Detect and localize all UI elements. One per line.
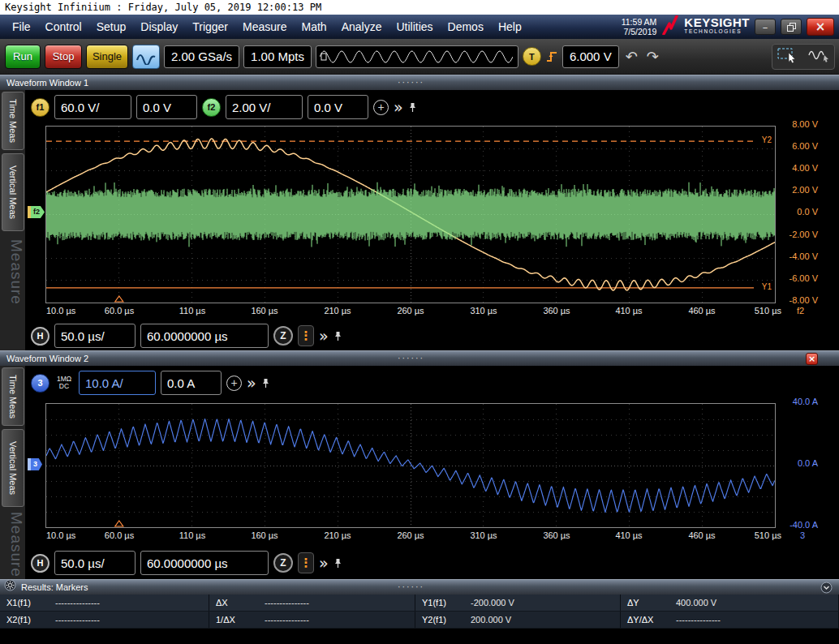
box-select-tool-icon[interactable] [777, 45, 799, 68]
expand-controls-icon[interactable]: » [247, 376, 256, 391]
ground-markers-2[interactable]: 3 [28, 458, 42, 470]
menu-math[interactable]: Math [295, 15, 334, 39]
y-axis-label: 0.0 A [769, 458, 818, 470]
redo-button[interactable]: ↷ [644, 48, 661, 65]
ground-markers-1[interactable]: f2 [28, 206, 45, 218]
expand-h-icon[interactable]: » [319, 328, 329, 344]
trigger-level-box[interactable]: 6.000 V [562, 45, 619, 68]
add-source-button[interactable]: + [226, 376, 242, 391]
add-source-button[interactable]: + [373, 100, 389, 115]
waveform-tool-icon[interactable] [807, 45, 830, 68]
waveform-window-2-body: Time Meas Vertical Meas Measure 3 1MΩ DC… [0, 366, 839, 579]
waveform-display-2[interactable] [45, 403, 776, 528]
zoom-button[interactable]: Z [273, 326, 293, 346]
x-tick-label: 310 µs [461, 530, 506, 540]
menu-demos[interactable]: Demos [441, 15, 491, 39]
result-value: -200.000 V [471, 598, 514, 608]
touch-button[interactable] [132, 45, 160, 69]
minimize-button[interactable]: – [755, 19, 776, 35]
memory-depth-box[interactable]: 1.00 Mpts [243, 45, 312, 68]
results-title: Results: Markers [21, 580, 88, 595]
menu-measure[interactable]: Measure [235, 15, 294, 39]
waveform-window-1-header[interactable]: Waveform Window 1 ······ [0, 75, 839, 90]
title-bar: Keysight Infiniium : Friday, July 05, 20… [0, 0, 839, 15]
menu-control[interactable]: Control [38, 15, 89, 39]
x-tick-label: 10.0 µs [46, 306, 92, 316]
trigger-badge[interactable]: T [523, 47, 541, 66]
waveform-plot-2[interactable] [46, 404, 775, 527]
results-row-1: X1(f1)--------------- ΔX--------------- … [0, 595, 839, 612]
single-button[interactable]: Single [86, 45, 128, 69]
channel-3-ground-marker[interactable]: 3 [31, 458, 42, 470]
drag-handle[interactable]: ······ [398, 351, 424, 366]
waveform-plot-1[interactable] [46, 127, 775, 303]
h-scale-box[interactable]: 50.0 µs/ [54, 324, 136, 348]
trigger-edge-icon[interactable] [545, 50, 558, 63]
h-badge[interactable]: H [31, 327, 49, 346]
acquisition-dots-button[interactable]: ⋮ [298, 552, 314, 573]
result-cell: X1(f1)--------------- [0, 595, 209, 611]
expand-controls-icon[interactable]: » [394, 100, 403, 115]
clock: 11:59 AM 7/5/2019 [622, 17, 657, 36]
close-window-2-button[interactable]: × [806, 353, 818, 365]
f2-ground-marker[interactable]: f2 [31, 206, 45, 218]
pin-icon[interactable] [408, 102, 417, 113]
result-label: X2(f1) [6, 615, 55, 625]
y-axis-label: -2.00 V [769, 230, 818, 241]
f1-offset-box[interactable]: 0.0 V [136, 95, 197, 119]
h-position-box[interactable]: 60.0000000 µs [140, 551, 269, 575]
acquisition-preview[interactable] [316, 45, 518, 68]
waveform-window-2-header[interactable]: Waveform Window 2 ······ × [0, 350, 839, 366]
menu-trigger[interactable]: Trigger [185, 15, 235, 39]
results-header[interactable]: Results: Markers ······ [0, 579, 839, 595]
h-badge[interactable]: H [31, 554, 49, 573]
pin-icon[interactable] [333, 558, 342, 569]
waveform-display-1[interactable]: Y2 Y1 [45, 126, 776, 303]
stop-button[interactable]: Stop [45, 45, 82, 69]
drag-handle[interactable]: ······ [398, 75, 424, 90]
pin-icon[interactable] [333, 331, 342, 341]
h-scale-box[interactable]: 50.0 µs/ [54, 551, 136, 575]
channel-controls-2: 3 1MΩ DC 10.0 A/ 0.0 A + » [31, 370, 270, 396]
toolbar: Run Stop Single 2.00 GSa/s 1.00 Mpts T 6… [0, 39, 839, 75]
y-axis-label: 0.0 V [769, 207, 818, 218]
menu-display[interactable]: Display [133, 15, 185, 39]
sample-rate-box[interactable]: 2.00 GSa/s [164, 45, 239, 68]
f2-offset-box[interactable]: 0.0 V [308, 95, 368, 119]
f2-scale-box[interactable]: 2.00 V/ [226, 95, 303, 119]
f1-scale-box[interactable]: 60.0 V/ [54, 95, 131, 119]
gear-icon[interactable] [4, 579, 16, 595]
pin-icon[interactable] [261, 378, 270, 389]
acquisition-dots-button[interactable]: ⋮ [298, 325, 314, 346]
run-button[interactable]: Run [5, 45, 41, 69]
tab-time-meas[interactable]: Time Meas [2, 92, 24, 150]
x-tick-label: 160 µs [242, 530, 287, 540]
tab-vertical-meas[interactable]: Vertical Meas [2, 153, 24, 231]
expand-h-icon[interactable]: » [319, 556, 329, 571]
window-title: Waveform Window 1 [6, 78, 88, 88]
channel-3-offset-box[interactable]: 0.0 A [161, 371, 222, 395]
undo-button[interactable]: ↶ [623, 48, 640, 65]
measure-ghost-tab: Measure [4, 512, 25, 577]
tab-vertical-meas[interactable]: Vertical Meas [2, 429, 24, 507]
x-tick-label: 510 µs [739, 530, 781, 540]
drag-handle[interactable]: ······ [398, 580, 424, 595]
y-axis-label: -8.00 V [769, 295, 818, 307]
close-button[interactable]: × [807, 18, 834, 36]
f1-badge[interactable]: f1 [31, 98, 49, 117]
zoom-button[interactable]: Z [273, 553, 293, 573]
keysight-spark-icon [661, 15, 679, 38]
restore-button[interactable] [781, 19, 802, 35]
menu-file[interactable]: File [5, 15, 38, 39]
channel-3-badge[interactable]: 3 [31, 374, 49, 393]
y-axis-label: 8.00 V [769, 119, 818, 131]
h-position-box[interactable]: 60.0000000 µs [140, 324, 269, 348]
menu-setup[interactable]: Setup [89, 15, 134, 39]
f2-badge[interactable]: f2 [202, 98, 221, 117]
tab-time-meas[interactable]: Time Meas [2, 367, 24, 426]
bottom-strip [0, 629, 839, 644]
menu-help[interactable]: Help [491, 15, 529, 39]
channel-3-scale-box[interactable]: 10.0 A/ [79, 371, 156, 395]
menu-utilities[interactable]: Utilities [389, 15, 440, 39]
menu-analyze[interactable]: Analyze [334, 15, 389, 39]
